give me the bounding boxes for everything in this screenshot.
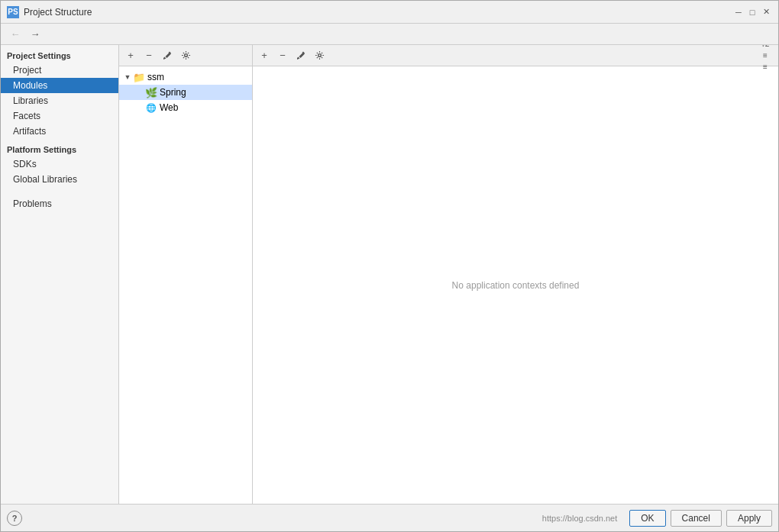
tree-item-ssm[interactable]: ▼ 📁 ssm <box>119 69 252 85</box>
right-panel: + − ↓2 ≡ <box>253 45 778 504</box>
module-edit-button[interactable] <box>159 47 176 64</box>
sidebar-item-modules[interactable]: Modules <box>1 78 118 93</box>
project-settings-label: Project Settings <box>1 45 118 63</box>
sidebar-item-artifacts[interactable]: Artifacts <box>1 124 118 139</box>
edit-icon <box>163 50 173 60</box>
right-settings-icon <box>315 50 325 60</box>
minimize-button[interactable]: ─ <box>732 6 745 18</box>
right-more-button[interactable] <box>311 47 328 64</box>
tree-label-spring: Spring <box>160 87 186 98</box>
folder-icon: 📁 <box>133 71 145 83</box>
module-tree: ▼ 📁 ssm 🌿 Spring 🌐 Web <box>119 66 252 504</box>
group-by-icon[interactable]: ≡ <box>758 50 772 61</box>
sidebar: Project Settings Project Modules Librari… <box>1 45 119 504</box>
svg-point-1 <box>318 54 321 57</box>
bottom-bar-right: https://blog.csdn.net OK Cancel Apply <box>542 510 772 527</box>
sidebar-item-problems[interactable]: Problems <box>1 196 118 211</box>
module-panel: + − ▼ 📁 ss <box>119 45 253 504</box>
sidebar-item-global-libraries[interactable]: Global Libraries <box>1 172 118 187</box>
bottom-bar-left: ? <box>7 511 22 526</box>
tree-item-spring[interactable]: 🌿 Spring <box>119 85 252 100</box>
sort-descending-icon[interactable]: ↓2 <box>758 45 772 50</box>
right-edit-icon <box>296 50 306 60</box>
right-content-empty: No application contexts defined <box>253 66 778 504</box>
title-bar-controls: ─ □ ✕ <box>732 6 772 18</box>
forward-button[interactable]: → <box>27 26 44 43</box>
svg-point-0 <box>184 54 187 57</box>
bottom-bar: ? https://blog.csdn.net OK Cancel Apply <box>1 504 778 531</box>
settings-icon <box>181 50 191 60</box>
sidebar-item-facets[interactable]: Facets <box>1 108 118 124</box>
app-icon: PS <box>7 6 19 18</box>
maximize-button[interactable]: □ <box>746 6 758 18</box>
top-toolbar: ← → <box>1 24 778 45</box>
project-structure-window: PS Project Structure ─ □ ✕ ← → Project S… <box>0 0 779 532</box>
empty-message: No application contexts defined <box>452 280 580 291</box>
right-toolbar: + − ↓2 ≡ <box>253 45 778 66</box>
right-toolbar-left: + − <box>256 47 328 64</box>
cancel-button[interactable]: Cancel <box>671 510 722 527</box>
help-button[interactable]: ? <box>7 511 22 526</box>
module-add-button[interactable]: + <box>122 47 139 64</box>
web-icon: 🌐 <box>145 102 157 114</box>
module-remove-button[interactable]: − <box>141 47 157 64</box>
tree-item-web[interactable]: 🌐 Web <box>119 100 252 115</box>
platform-settings-label: Platform Settings <box>1 139 118 156</box>
right-edit-button[interactable] <box>293 47 309 64</box>
url-text: https://blog.csdn.net <box>542 514 617 523</box>
module-more-button[interactable] <box>177 47 194 64</box>
tree-arrow-spring <box>134 87 145 98</box>
back-button[interactable]: ← <box>7 26 24 43</box>
apply-button[interactable]: Apply <box>726 510 772 527</box>
tree-label-ssm: ssm <box>147 72 164 82</box>
sidebar-item-libraries[interactable]: Libraries <box>1 93 118 108</box>
title-bar-left: PS Project Structure <box>7 6 92 18</box>
sidebar-item-project[interactable]: Project <box>1 63 118 78</box>
tree-label-web: Web <box>160 102 178 113</box>
tree-arrow-ssm: ▼ <box>122 72 133 82</box>
tree-arrow-web <box>134 102 145 113</box>
right-remove-button[interactable]: − <box>274 47 291 64</box>
main-content: Project Settings Project Modules Librari… <box>1 45 778 504</box>
title-bar: PS Project Structure ─ □ ✕ <box>1 1 778 24</box>
ok-button[interactable]: OK <box>629 510 665 527</box>
right-add-button[interactable]: + <box>256 47 273 64</box>
module-toolbar: + − <box>119 45 252 66</box>
spring-leaf-icon: 🌿 <box>145 86 157 98</box>
window-title: Project Structure <box>24 7 92 18</box>
sidebar-item-sdks[interactable]: SDKs <box>1 156 118 172</box>
close-button[interactable]: ✕ <box>760 6 772 18</box>
